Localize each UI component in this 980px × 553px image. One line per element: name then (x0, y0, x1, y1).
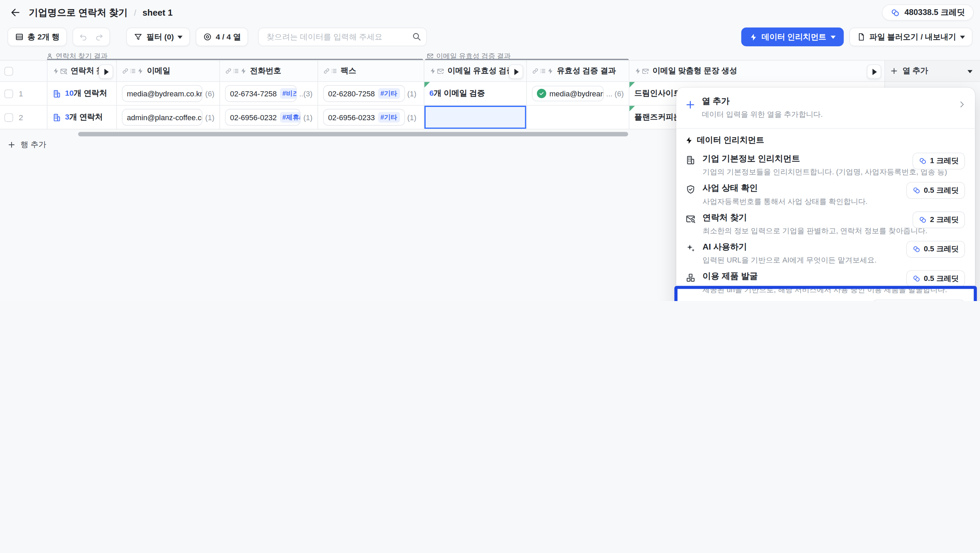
bolt-icon (240, 67, 247, 74)
row-select-cell: 2 (0, 105, 47, 129)
cell-email[interactable]: media@bydream.co.kr#제휴/ (6) (116, 82, 220, 106)
phone-chip: 02-6734-7258#비즈니스 (225, 85, 297, 102)
credit-badge: 이메일 당 0.5 크레딧 (872, 300, 965, 301)
cell-email-verify[interactable]: 6개 이메일 검증 (424, 82, 526, 106)
fax-chip: 02-6956-0233#기타 (323, 109, 405, 126)
add-column-header[interactable]: 열 추가 (885, 60, 980, 82)
cell-email[interactable]: admin@planz-coffee.com#기 (1) (116, 105, 220, 129)
plus-icon (685, 99, 695, 110)
credit-badge: 1 크레딧 (913, 153, 965, 170)
select-all-checkbox[interactable] (5, 67, 13, 76)
back-button[interactable] (8, 5, 24, 21)
menu-item-product-discovery[interactable]: 이용 제품 발굴제공된 url을 기반으로, 해당 서비스에서 사용 중인 이용… (676, 267, 975, 296)
cell-verify-result[interactable] (527, 105, 629, 129)
menu-item-use-ai[interactable]: AI 사용하기입력된 URL을 기반으로 AI에게 무엇이든 맡겨보세요. 0.… (676, 238, 975, 267)
chevron-down-icon (830, 35, 836, 38)
bolt-icon (430, 67, 436, 74)
menu-section-header: 데이터 인리치먼트 (676, 133, 975, 150)
search-icon (412, 32, 422, 41)
chevron-down-icon (178, 35, 183, 38)
phone-chip: 02-6956-0232#제휴/문의 (225, 109, 301, 126)
toolbar-right: 데이터 인리치먼트 파일 불러오기 / 내보내기 (741, 27, 972, 46)
link-icon (532, 67, 539, 74)
cell-fax[interactable]: 02-6280-7258#기타 (1) (318, 82, 424, 106)
building-icon (685, 155, 696, 166)
cell-contact-find[interactable]: 3개 연락처 (47, 105, 116, 129)
verified-email-chip: media@bydream.co.kr (532, 86, 604, 102)
cell-phone[interactable]: 02-6956-0232#제휴/문의 (1) (220, 105, 318, 129)
tag-badge: #기타 (378, 112, 400, 123)
plus-icon (8, 141, 16, 149)
header-verify-result[interactable]: 유효성 검증 결과 (527, 60, 629, 82)
target-icon (203, 33, 212, 41)
mail-check-icon (427, 53, 434, 59)
row-checkbox[interactable] (5, 89, 13, 98)
cell-fax[interactable]: 02-6956-0233#기타 (1) (318, 105, 424, 129)
link-icon (122, 67, 129, 74)
data-enrichment-button[interactable]: 데이터 인리치먼트 (741, 27, 844, 46)
run-column-button[interactable] (867, 64, 881, 79)
run-column-button[interactable] (509, 64, 523, 79)
breadcrumb-separator: / (134, 8, 137, 18)
bolt-icon (749, 33, 757, 41)
menu-item-business-status[interactable]: 사업 상태 확인사업자등록번호를 통해서 사업 상태를 확인합니다. 0.5 크… (676, 179, 975, 208)
search-input[interactable] (258, 27, 427, 46)
header-contact-find[interactable]: 연락처 찾기 (47, 60, 116, 82)
filter-button[interactable]: 필터 (0) (127, 27, 190, 46)
chevron-right-icon (958, 100, 966, 109)
list-icon (232, 67, 239, 74)
row-checkbox[interactable] (5, 113, 13, 122)
table-header-row: 연락처 찾기 이메일 전화번호 팩스 (0, 60, 980, 82)
header-phone[interactable]: 전화번호 (220, 60, 318, 82)
email-chip: admin@planz-coffee.com#기 (122, 109, 203, 126)
play-icon (105, 69, 109, 75)
link-icon (323, 67, 330, 74)
file-icon (857, 33, 865, 41)
menu-add-column[interactable]: 열 추가 데이터 입력을 위한 열을 추가합니다. (676, 91, 975, 124)
check-circle-icon (537, 89, 546, 99)
run-column-button[interactable] (99, 64, 113, 79)
total-rows-button[interactable]: 총 2개 행 (8, 27, 67, 46)
redo-button[interactable] (92, 29, 107, 44)
play-icon (514, 69, 519, 75)
undo-button[interactable] (76, 29, 92, 44)
header-fax[interactable]: 팩스 (318, 60, 424, 82)
menu-item-email-verify[interactable]: 이메일 유효성 검증이메일의 유효성을 검증하여, 사용할 수 있는 이메일인지… (676, 296, 975, 301)
rows-icon (15, 33, 24, 41)
play-icon (872, 69, 877, 75)
horizontal-scrollbar[interactable] (78, 132, 628, 137)
add-row-button[interactable]: 행 추가 (8, 140, 46, 150)
file-import-export-button[interactable]: 파일 불러오기 / 내보내기 (850, 27, 972, 46)
fax-chip: 02-6280-7258#기타 (323, 85, 405, 102)
header-select-cell (0, 60, 47, 82)
cell-verify-result[interactable]: media@bydream.co.kr ... (6) (527, 82, 629, 106)
header-email[interactable]: 이메일 (116, 60, 220, 82)
tag-badge: #제휴/문의 (280, 112, 301, 123)
columns-visibility-button[interactable]: 4 / 4 열 (196, 27, 248, 46)
menu-item-company-info[interactable]: 기업 기본정보 인리치먼트기업의 기본정보들을 인리치먼트합니다. (기업명, … (676, 150, 975, 179)
cell-contact-find[interactable]: 10개 연락처 (47, 82, 116, 106)
cell-phone[interactable]: 02-6734-7258#비즈니스 ..(3) (220, 82, 318, 106)
columns-label: 4 / 4 열 (216, 32, 241, 42)
coins-icon (891, 8, 900, 18)
funnel-icon (134, 33, 143, 41)
cell-email-verify-selected[interactable] (424, 105, 526, 129)
mail-search-icon (60, 67, 67, 75)
coins-icon (913, 245, 921, 253)
shield-check-icon (685, 184, 696, 195)
bolt-icon (547, 67, 554, 74)
menu-item-contact-find[interactable]: 연락처 찾기최소한의 정보 입력으로 기업을 판별하고, 연락처 정보를 찾아줍… (676, 209, 975, 238)
chevron-down-icon (960, 35, 965, 38)
blocks-icon (685, 272, 696, 283)
building-icon (52, 89, 61, 98)
list-icon (331, 67, 337, 74)
page-title: 기업명으로 연락처 찾기 (29, 6, 127, 18)
enrichment-dropdown-menu: 열 추가 데이터 입력을 위한 열을 추가합니다. 데이터 인리치먼트 기업 기… (676, 88, 975, 301)
bolt-icon (52, 67, 59, 74)
undo-redo-group (73, 27, 110, 46)
list-icon (539, 67, 546, 74)
credits-badge[interactable]: 480338.5 크레딧 (882, 5, 974, 21)
header-email-verify[interactable]: 이메일 유효성 검증 (424, 60, 526, 82)
plus-icon (890, 67, 898, 75)
header-email-sentence[interactable]: 이메일 맞춤형 문장 생성 (629, 60, 885, 82)
